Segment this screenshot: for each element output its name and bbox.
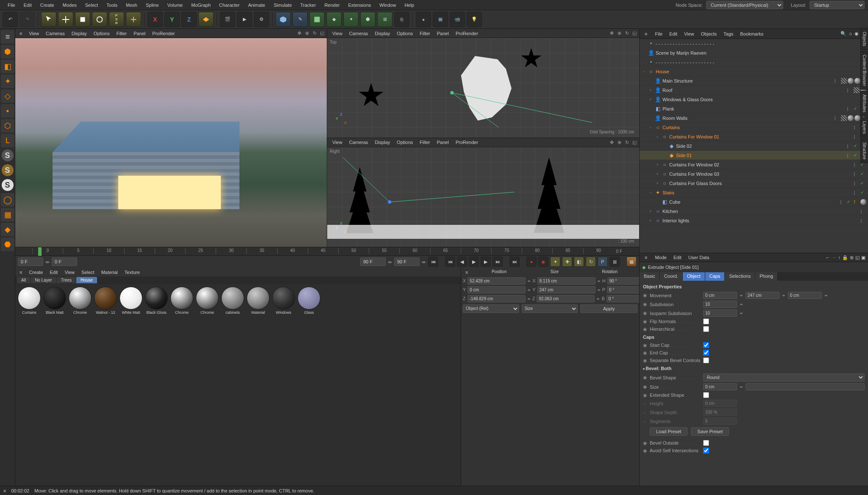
vp-menu-view[interactable]: View — [25, 30, 42, 37]
tree-row[interactable]: −○Curtains⁞ — [640, 123, 868, 132]
lock-icon[interactable]: 🔒 — [842, 255, 848, 260]
attr-tab-basic[interactable]: Basic — [640, 272, 660, 281]
instance-button[interactable]: ⎘ — [394, 12, 409, 27]
attr-tab-selections[interactable]: Selections — [725, 272, 755, 281]
menu-extensions[interactable]: Extensions — [344, 1, 375, 9]
tag-vis[interactable]: ⁞ — [834, 115, 840, 121]
menu-mesh[interactable]: Mesh — [122, 1, 142, 9]
vp-menu-filter[interactable]: Filter — [113, 30, 130, 37]
vp-menu-panel[interactable]: Panel — [434, 30, 452, 37]
tree-row[interactable]: −○House⁞ — [640, 67, 868, 76]
mat-menu-edit[interactable]: Edit — [46, 269, 61, 276]
tag-vis[interactable]: ⁞ — [854, 134, 860, 140]
coord-size-Y[interactable] — [537, 286, 595, 293]
link-icon[interactable]: ⊚ — [850, 255, 854, 260]
tree-toggle[interactable]: − — [648, 191, 653, 195]
viewport-canvas-perspective[interactable] — [15, 38, 327, 247]
vp-menu-view[interactable]: View — [329, 30, 346, 37]
make-editable-button[interactable]: ⬢ — [1, 45, 14, 58]
edge-mode-button[interactable]: ⬡ — [1, 119, 14, 133]
vp-menu-prorender[interactable]: ProRender — [149, 30, 178, 37]
material-item[interactable]: Walnut - 12 — [94, 287, 117, 484]
keyframe-sel-button[interactable]: ✦ — [550, 257, 560, 267]
hamburger-icon[interactable]: ≡ — [3, 488, 6, 493]
hierarchical-checkbox[interactable] — [703, 326, 709, 332]
extended-shape-checkbox[interactable] — [703, 392, 709, 398]
tag-vis[interactable]: ⁞ — [854, 124, 860, 130]
tree-row[interactable]: +👤Windows & Glass Doors⁞ — [640, 95, 868, 104]
obj-menu-objects[interactable]: Objects — [698, 30, 720, 38]
tree-row[interactable]: 👤Room Walls⁞ — [640, 113, 868, 123]
autokey-button[interactable]: ◉ — [538, 257, 548, 267]
tag-sphere[interactable] — [854, 115, 860, 121]
save-preset-button[interactable]: Save Preset — [691, 427, 729, 436]
primitive-cube-button[interactable] — [275, 12, 291, 27]
attr-tab-caps[interactable]: Caps — [705, 272, 725, 281]
coord-pos-Z[interactable] — [467, 295, 526, 302]
tag-sphere[interactable] — [848, 78, 854, 84]
tag-sphere[interactable] — [848, 115, 854, 121]
axis-x-button[interactable]: X — [147, 12, 163, 27]
tag-vis[interactable]: ⁞ — [847, 152, 853, 158]
tag-vis[interactable]: ⁞ — [860, 218, 866, 224]
key-rot-button[interactable]: ↻ — [586, 257, 596, 267]
tree-toggle[interactable]: + — [648, 218, 653, 223]
vp-zoom-icon[interactable]: ⊕ — [616, 139, 622, 145]
menu-file[interactable]: File — [3, 1, 19, 9]
movement-y-input[interactable] — [746, 292, 779, 299]
attr-menu-edit[interactable]: Edit — [670, 254, 685, 261]
goto-start-button[interactable]: ⏮ — [428, 257, 438, 267]
tag-vis[interactable]: ⁞ — [854, 180, 860, 186]
coord-system-button[interactable] — [198, 12, 214, 27]
volume-button[interactable]: ⊞ — [377, 12, 392, 27]
hamburger-icon[interactable]: ≡ — [1, 30, 14, 44]
tree-toggle[interactable]: + — [655, 181, 660, 185]
obj-menu-tags[interactable]: Tags — [720, 30, 737, 38]
model-mode-button[interactable]: ◧ — [1, 60, 14, 73]
vp-menu-panel[interactable]: Panel — [130, 30, 149, 37]
vp-move-icon[interactable]: ✥ — [296, 30, 302, 36]
movement-x-input[interactable] — [703, 292, 737, 299]
vp-move-icon[interactable]: ✥ — [609, 139, 615, 145]
menu-simulate[interactable]: Simulate — [270, 1, 296, 9]
fwd-icon[interactable]: → — [832, 255, 837, 260]
render-settings-button[interactable]: ⚙ — [254, 12, 269, 27]
menu-spline[interactable]: Spline — [142, 1, 163, 9]
goto-next-key-button[interactable]: ⏭ — [492, 257, 503, 267]
field-button[interactable]: ✦ — [343, 12, 359, 27]
mograph-button[interactable]: ⬢ — [360, 12, 376, 27]
vp-menu-view[interactable]: View — [329, 138, 346, 146]
coord-size-Z[interactable] — [537, 295, 595, 302]
vp-rotate-icon[interactable]: ↻ — [624, 30, 630, 36]
deformer-button[interactable]: ◆ — [326, 12, 342, 27]
tree-row[interactable]: +👤Roof⁞ — [640, 86, 868, 95]
material-item[interactable]: Chrome — [196, 287, 219, 484]
camera-button[interactable]: ● — [416, 12, 431, 27]
playhead[interactable] — [38, 247, 42, 256]
tree-toggle[interactable]: + — [655, 172, 660, 176]
bevel-shape-select[interactable]: Round — [703, 373, 865, 382]
tree-row[interactable]: +○Curtains For Glass Doors⁞ — [640, 179, 868, 188]
texture-mode-button[interactable]: ✦ — [1, 75, 14, 88]
vp-menu-filter[interactable]: Filter — [416, 30, 433, 37]
home-icon[interactable]: ⌂ — [849, 31, 852, 36]
sky-button[interactable]: 💡 — [467, 12, 482, 27]
menu-modes[interactable]: Modes — [58, 1, 81, 9]
tree-row[interactable]: −✦Stairs⁞ — [640, 188, 868, 197]
material-item[interactable]: Chrome — [69, 287, 92, 484]
frame-current-input[interactable] — [52, 257, 77, 266]
tag-sphere[interactable] — [860, 199, 866, 205]
move-tool[interactable] — [58, 12, 73, 27]
menu-mograph[interactable]: MoGraph — [187, 1, 215, 9]
frame-end-input[interactable] — [360, 257, 386, 266]
snap-s2-button[interactable]: S — [2, 164, 14, 176]
tree-row[interactable]: •- - - - - - - - - - - - - - - - - - - -… — [640, 39, 868, 48]
vp-menu-cameras[interactable]: Cameras — [42, 30, 68, 37]
tree-toggle[interactable]: + — [648, 209, 653, 213]
coord-size-select[interactable]: Size — [522, 304, 578, 313]
back-icon[interactable]: ← — [826, 255, 830, 260]
bevel-size-input[interactable] — [703, 383, 737, 390]
vp-move-icon[interactable]: ✥ — [609, 30, 615, 36]
material-item[interactable]: cabinets — [221, 287, 244, 484]
vp-menu-options[interactable]: Options — [393, 30, 416, 37]
